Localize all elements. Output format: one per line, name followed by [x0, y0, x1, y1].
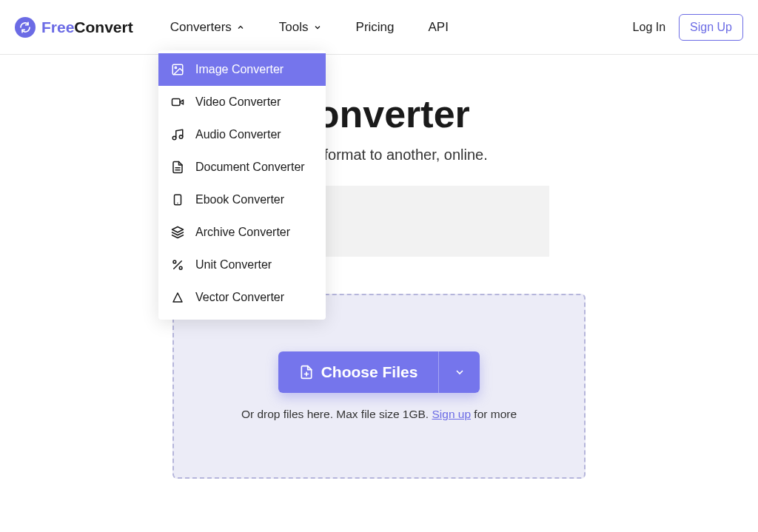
- svg-rect-4: [172, 99, 181, 106]
- dropdown-item-ebook-converter[interactable]: Ebook Converter: [158, 183, 326, 216]
- ebook-icon: [170, 192, 185, 207]
- dropdown-item-image-converter[interactable]: Image Converter: [158, 53, 326, 86]
- svg-point-14: [173, 260, 176, 263]
- choose-files-label: Choose Files: [321, 363, 418, 381]
- svg-point-3: [175, 67, 176, 68]
- nav-api[interactable]: API: [429, 20, 449, 35]
- main: Converter om one format to another, onli…: [0, 55, 758, 498]
- signup-button[interactable]: Sign Up: [679, 14, 743, 41]
- chevron-down-icon: [454, 366, 466, 378]
- nav: Converters Tools Pricing API: [170, 20, 633, 35]
- svg-marker-12: [172, 227, 184, 233]
- dropdown-item-audio-converter[interactable]: Audio Converter: [158, 118, 326, 151]
- dropdown-item-unit-converter[interactable]: Unit Converter: [158, 249, 326, 281]
- dropdown-item-vector-converter[interactable]: Vector Converter: [158, 281, 326, 314]
- dropdown-item-document-converter[interactable]: Document Converter: [158, 151, 326, 183]
- dropdown-item-label: Vector Converter: [195, 291, 284, 304]
- nav-converters[interactable]: Converters: [170, 20, 245, 35]
- dropdown-item-label: Audio Converter: [195, 128, 281, 141]
- logo[interactable]: FreeConvert: [15, 17, 133, 38]
- choose-files-button[interactable]: Choose Files: [278, 351, 439, 393]
- page-subtitle: om one format to another, online.: [0, 147, 758, 164]
- dropdown-item-label: Video Converter: [195, 95, 281, 109]
- dropdown-item-label: Ebook Converter: [195, 193, 284, 206]
- nav-pricing[interactable]: Pricing: [356, 20, 395, 35]
- svg-marker-16: [173, 293, 182, 302]
- header: FreeConvert Converters Tools Pricing API…: [0, 0, 758, 55]
- chevron-up-icon: [236, 23, 245, 32]
- converters-dropdown: Image ConverterVideo ConverterAudio Conv…: [158, 50, 326, 320]
- archive-icon: [170, 225, 185, 240]
- signup-link[interactable]: Sign up: [432, 408, 471, 420]
- document-icon: [170, 160, 185, 175]
- dropdown-item-archive-converter[interactable]: Archive Converter: [158, 216, 326, 249]
- audio-icon: [170, 127, 185, 142]
- file-add-icon: [299, 364, 314, 380]
- vector-icon: [170, 290, 185, 305]
- dropdown-item-video-converter[interactable]: Video Converter: [158, 86, 326, 118]
- dropdown-item-label: Archive Converter: [195, 226, 290, 239]
- dropdown-item-label: Image Converter: [195, 63, 284, 76]
- dropdown-item-label: Unit Converter: [195, 258, 272, 272]
- auth-area: Log In Sign Up: [633, 14, 743, 41]
- svg-line-13: [174, 261, 182, 269]
- video-icon: [170, 95, 185, 110]
- dropzone-hint: Or drop files here. Max file size 1GB. S…: [241, 408, 517, 421]
- login-button[interactable]: Log In: [633, 21, 665, 34]
- svg-point-15: [179, 266, 182, 269]
- logo-text: FreeConvert: [41, 18, 133, 36]
- choose-files-dropdown-button[interactable]: [438, 351, 480, 393]
- dropzone[interactable]: Choose Files Or drop files here. Max fil…: [172, 294, 586, 479]
- image-icon: [170, 62, 185, 77]
- nav-tools[interactable]: Tools: [279, 20, 322, 35]
- svg-point-6: [172, 136, 176, 140]
- chevron-down-icon: [313, 23, 322, 32]
- unit-icon: [170, 257, 185, 272]
- choose-files-row: Choose Files: [278, 351, 480, 393]
- svg-point-7: [179, 135, 183, 139]
- dropdown-item-label: Document Converter: [195, 161, 305, 174]
- logo-icon: [15, 17, 36, 38]
- page-title: Converter: [0, 92, 758, 136]
